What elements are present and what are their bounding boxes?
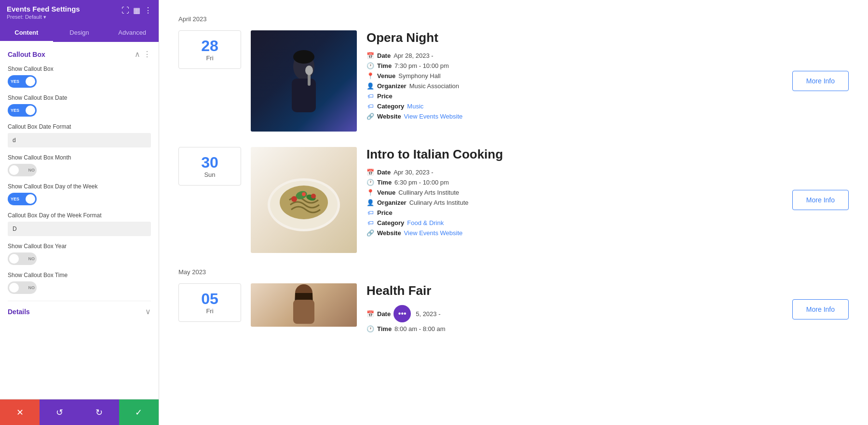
field-callout-box-day-of-week-format: Callout Box Day of the Week Format bbox=[8, 212, 151, 236]
undo-button[interactable]: ↺ bbox=[40, 399, 79, 425]
toggle-show-callout-box-month[interactable]: NO bbox=[8, 164, 37, 176]
callout-day-health-fair: 05 bbox=[201, 291, 218, 306]
callout-box-italian-cooking: 30 Sun bbox=[178, 147, 241, 186]
panel-tabs: Content Design Advanced bbox=[0, 24, 159, 42]
panel-title: Events Feed Settings bbox=[7, 5, 80, 13]
field-label-show-callout-box-month: Show Callout Box Month bbox=[8, 154, 151, 161]
save-icon: ✓ bbox=[135, 407, 142, 418]
organizer-icon-italian-cooking: 👤 bbox=[366, 199, 374, 206]
svg-rect-14 bbox=[293, 300, 314, 324]
svg-point-10 bbox=[291, 196, 297, 202]
meta-website-link-opera-night[interactable]: View Events Website bbox=[404, 113, 463, 120]
field-callout-box-date-format: Callout Box Date Format bbox=[8, 123, 151, 147]
meta-website-link-italian-cooking[interactable]: View Events Website bbox=[404, 229, 463, 237]
meta-venue-italian-cooking: 📍 Venue Cullinary Arts Institute bbox=[366, 189, 773, 196]
event-title-opera-night: Opera Night bbox=[366, 30, 773, 45]
toggle-show-callout-box-day-of-week[interactable]: YES bbox=[8, 193, 37, 205]
details-section-title: Details bbox=[8, 308, 30, 316]
svg-point-4 bbox=[293, 50, 314, 64]
event-details-italian-cooking: Intro to Italian Cooking 📅 Date Apr 30, … bbox=[366, 147, 773, 239]
meta-time-value-health-fair: 8:00 am - 8:00 am bbox=[394, 325, 446, 332]
layout-icon[interactable]: ▦ bbox=[133, 6, 140, 15]
redo-button[interactable]: ↻ bbox=[80, 399, 119, 425]
field-label-show-callout-box-day-of-week: Show Callout Box Day of the Week bbox=[8, 183, 151, 190]
toggle-show-callout-box-year[interactable]: NO bbox=[8, 252, 37, 265]
field-label-show-callout-box-time: Show Callout Box Time bbox=[8, 272, 151, 279]
details-expand-icon[interactable]: ∨ bbox=[145, 307, 151, 316]
panel-footer: ✕ ↺ ↻ ✓ bbox=[0, 399, 159, 425]
meta-price-italian-cooking: 🏷 Price bbox=[366, 209, 773, 216]
meta-date-value-health-fair: 5, 2023 - bbox=[416, 310, 440, 318]
meta-website-italian-cooking: 🔗 Website View Events Website bbox=[366, 229, 773, 237]
toggle-show-callout-box[interactable]: YES bbox=[8, 75, 37, 88]
month-label-may: May 2023 bbox=[178, 268, 849, 276]
event-details-health-fair: Health Fair 📅 Date ••• 5, 2023 - 🕐 Time … bbox=[366, 283, 773, 335]
field-show-callout-box-day-of-week: Show Callout Box Day of the Week YES bbox=[8, 183, 151, 205]
field-show-callout-box-time: Show Callout Box Time NO bbox=[8, 272, 151, 294]
svg-point-7 bbox=[280, 186, 328, 219]
meta-category-link-italian-cooking[interactable]: Food & Drink bbox=[407, 219, 444, 226]
toggle-show-callout-box-time[interactable]: NO bbox=[8, 281, 37, 294]
price-icon-italian-cooking: 🏷 bbox=[366, 209, 374, 216]
category-icon-opera-night: 🏷 bbox=[366, 103, 374, 110]
details-section-header: Details ∨ bbox=[8, 307, 151, 316]
callout-weekday-opera-night: Fri bbox=[206, 54, 213, 62]
meta-time-health-fair: 🕐 Time 8:00 am - 8:00 am bbox=[366, 325, 773, 332]
save-button[interactable]: ✓ bbox=[119, 399, 159, 425]
clock-icon-italian-cooking: 🕐 bbox=[366, 179, 374, 186]
toggle-show-callout-box-date[interactable]: YES bbox=[8, 104, 37, 117]
section-actions: ∧ ⋮ bbox=[135, 50, 151, 59]
meta-website-opera-night: 🔗 Website View Events Website bbox=[366, 113, 773, 120]
meta-date-italian-cooking: 📅 Date Apr 30, 2023 - bbox=[366, 169, 773, 176]
redo-icon: ↻ bbox=[95, 407, 103, 418]
field-show-callout-box-month: Show Callout Box Month NO bbox=[8, 154, 151, 176]
category-icon-italian-cooking: 🏷 bbox=[366, 219, 374, 226]
field-label-show-callout-box-date: Show Callout Box Date bbox=[8, 94, 151, 101]
event-card-inner-health-fair: Health Fair 📅 Date ••• 5, 2023 - 🕐 Time … bbox=[251, 283, 849, 335]
meta-category-italian-cooking: 🏷 Category Food & Drink bbox=[366, 219, 773, 226]
tab-advanced[interactable]: Advanced bbox=[106, 24, 159, 42]
more-info-button-health-fair[interactable]: More Info bbox=[792, 299, 849, 319]
callout-weekday-italian-cooking: Sun bbox=[204, 171, 215, 178]
tab-content[interactable]: Content bbox=[0, 24, 53, 42]
input-callout-box-date-format[interactable] bbox=[8, 133, 151, 147]
clock-icon-opera-night: 🕐 bbox=[366, 62, 374, 69]
tab-design[interactable]: Design bbox=[53, 24, 106, 42]
svg-point-12 bbox=[302, 192, 306, 196]
more-options-icon[interactable]: ⋮ bbox=[144, 6, 152, 15]
main-content: April 2023 28 Fri Opera Night bbox=[159, 0, 868, 425]
callout-box-health-fair: 05 Fri bbox=[178, 283, 241, 322]
calendar-icon-italian-cooking: 📅 bbox=[366, 169, 374, 176]
meta-price-opera-night: 🏷 Price bbox=[366, 93, 773, 100]
organizer-icon-opera-night: 👤 bbox=[366, 82, 374, 90]
website-icon-opera-night: 🔗 bbox=[366, 113, 374, 120]
event-details-opera-night: Opera Night 📅 Date Apr 28, 2023 - 🕐 Time… bbox=[366, 30, 773, 123]
section-more-icon[interactable]: ⋮ bbox=[143, 50, 151, 59]
field-show-callout-box: Show Callout Box YES bbox=[8, 66, 151, 88]
field-label-callout-box-day-of-week-format: Callout Box Day of the Week Format bbox=[8, 212, 151, 219]
fullscreen-icon[interactable]: ⛶ bbox=[122, 6, 129, 15]
undo-icon: ↺ bbox=[56, 407, 63, 418]
event-title-health-fair: Health Fair bbox=[366, 283, 773, 298]
health-fair-svg bbox=[256, 283, 352, 327]
svg-point-3 bbox=[305, 66, 313, 75]
section-header: Callout Box ∧ ⋮ bbox=[8, 50, 151, 59]
meta-time-value-opera-night: 7:30 pm - 10:00 pm bbox=[394, 62, 449, 69]
collapse-icon[interactable]: ∧ bbox=[135, 50, 140, 59]
event-card-inner-italian-cooking: Intro to Italian Cooking 📅 Date Apr 30, … bbox=[251, 147, 849, 253]
opera-night-svg bbox=[256, 33, 352, 129]
more-info-button-italian-cooking[interactable]: More Info bbox=[792, 190, 849, 210]
meta-category-link-opera-night[interactable]: Music bbox=[407, 103, 423, 110]
meta-category-opera-night: 🏷 Category Music bbox=[366, 103, 773, 110]
callout-weekday-health-fair: Fri bbox=[206, 307, 213, 315]
month-label-april: April 2023 bbox=[178, 15, 849, 23]
meta-time-opera-night: 🕐 Time 7:30 pm - 10:00 pm bbox=[366, 62, 773, 69]
more-info-button-opera-night[interactable]: More Info bbox=[792, 71, 849, 91]
panel-preset[interactable]: Preset: Default ▾ bbox=[7, 14, 80, 20]
meta-organizer-opera-night: 👤 Organizer Music Association bbox=[366, 82, 773, 90]
cancel-button[interactable]: ✕ bbox=[0, 399, 40, 425]
input-callout-box-day-of-week-format[interactable] bbox=[8, 222, 151, 236]
venue-icon-italian-cooking: 📍 bbox=[366, 189, 374, 196]
event-image-health-fair bbox=[251, 283, 357, 327]
price-icon-opera-night: 🏷 bbox=[366, 93, 374, 100]
